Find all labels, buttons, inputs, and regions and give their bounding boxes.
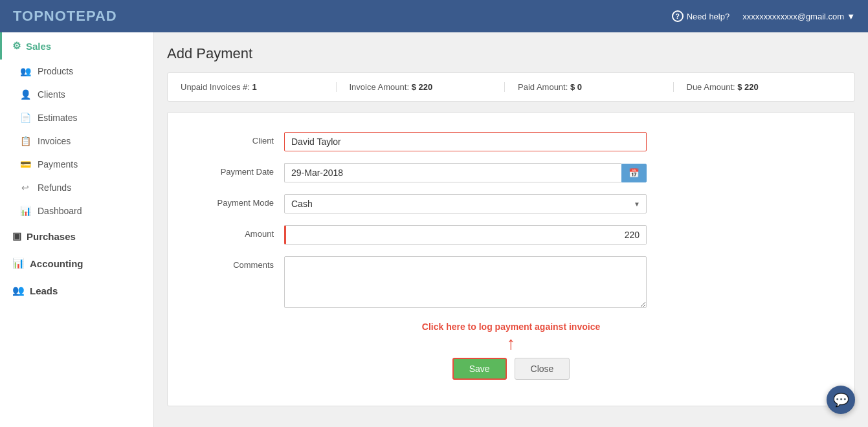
sidebar-item-clients[interactable]: 👤 Clients — [0, 83, 153, 106]
dropdown-arrow: ▼ — [847, 12, 855, 21]
payment-date-label: Payment Date — [194, 163, 284, 177]
client-input[interactable] — [284, 132, 647, 151]
leads-label: Leads — [30, 285, 58, 296]
purchases-label: Purchases — [27, 231, 76, 242]
due-amount-value: $ 220 — [737, 82, 759, 92]
sidebar-item-payments[interactable]: 💳 Payments — [0, 153, 153, 176]
comments-label: Comments — [194, 256, 284, 270]
payments-icon: 💳 — [19, 159, 31, 170]
payment-mode-select[interactable]: Cash Check Bank Transfer Credit Card Pay… — [284, 194, 647, 214]
amount-label: Amount — [194, 225, 284, 239]
due-amount-summary: Due Amount: $ 220 — [673, 82, 842, 92]
paid-amount-value: $ 0 — [570, 82, 582, 92]
unpaid-invoices-value: 1 — [252, 82, 257, 92]
summary-bar: Unpaid Invoices #: 1 Invoice Amount: $ 2… — [167, 72, 855, 102]
calendar-button[interactable]: 📅 — [621, 164, 647, 182]
user-email[interactable]: xxxxxxxxxxxxx@gmail.com ▼ — [742, 12, 855, 21]
sidebar-section-purchases[interactable]: ▣ Purchases — [0, 223, 153, 250]
sidebar-item-refunds[interactable]: ↩ Refunds — [0, 176, 153, 199]
sidebar-item-invoices[interactable]: 📋 Invoices — [0, 129, 153, 153]
clients-label: Clients — [38, 89, 65, 100]
refunds-label: Refunds — [38, 182, 71, 193]
main-content: Add Payment Unpaid Invoices #: 1 Invoice… — [154, 32, 868, 427]
sidebar: ⚙ Sales 👥 Products 👤 Clients 📄 Estimates… — [0, 32, 154, 427]
form-card: Client Payment Date 📅 — [167, 112, 855, 406]
estimates-icon: 📄 — [19, 112, 31, 124]
date-wrap: 📅 — [284, 163, 647, 182]
chat-bubble[interactable]: 💬 — [827, 386, 855, 414]
amount-field-wrap — [284, 225, 647, 245]
comments-row: Comments — [194, 256, 829, 310]
dashboard-label: Dashboard — [38, 206, 82, 216]
client-label: Client — [194, 132, 284, 146]
client-row: Client — [194, 132, 829, 151]
products-label: Products — [38, 66, 73, 76]
unpaid-invoices-label: Unpaid Invoices #: — [181, 82, 250, 92]
purchases-icon: ▣ — [12, 230, 21, 242]
close-button[interactable]: Close — [515, 358, 570, 380]
page-title: Add Payment — [167, 45, 855, 62]
help-label: Need help? — [687, 12, 730, 21]
paid-amount-summary: Paid Amount: $ 0 — [504, 82, 673, 92]
payment-mode-row: Payment Mode Cash Check Bank Transfer Cr… — [194, 194, 829, 214]
payment-mode-select-wrap: Cash Check Bank Transfer Credit Card Pay… — [284, 194, 647, 214]
sidebar-item-estimates[interactable]: 📄 Estimates — [0, 106, 153, 129]
invoices-icon: 📋 — [19, 135, 31, 147]
amount-row: Amount — [194, 225, 829, 245]
help-icon: ? — [672, 10, 684, 22]
invoice-amount-label: Invoice Amount: — [350, 82, 410, 92]
sidebar-item-products[interactable]: 👥 Products — [0, 60, 153, 83]
amount-input[interactable] — [284, 225, 647, 245]
sales-label: Sales — [26, 41, 51, 52]
payment-date-input[interactable] — [284, 163, 621, 182]
dashboard-icon: 📊 — [19, 205, 31, 217]
unpaid-invoices-summary: Unpaid Invoices #: 1 — [181, 82, 336, 92]
payment-mode-label: Payment Mode — [194, 194, 284, 208]
payment-date-row: Payment Date 📅 — [194, 163, 829, 182]
payments-label: Payments — [38, 159, 78, 170]
paid-amount-label: Paid Amount: — [518, 82, 568, 92]
sidebar-section-leads[interactable]: 👥 Leads — [0, 277, 153, 304]
comments-textarea[interactable] — [284, 256, 647, 308]
clients-icon: 👤 — [19, 89, 31, 100]
email-label: xxxxxxxxxxxxx@gmail.com — [742, 12, 844, 21]
main-layout: ⚙ Sales 👥 Products 👤 Clients 📄 Estimates… — [0, 32, 868, 427]
hint-text: Click here to log payment against invoic… — [194, 322, 829, 332]
accounting-label: Accounting — [30, 258, 83, 269]
help-button[interactable]: ? Need help? — [672, 10, 730, 22]
payment-date-field-wrap: 📅 — [284, 163, 647, 182]
save-button[interactable]: Save — [452, 358, 507, 380]
calendar-icon: 📅 — [629, 168, 640, 178]
chat-icon: 💬 — [833, 392, 849, 408]
invoices-label: Invoices — [38, 136, 71, 146]
invoice-amount-value: $ 220 — [412, 82, 433, 92]
comments-field-wrap — [284, 256, 647, 310]
due-amount-label: Due Amount: — [687, 82, 735, 92]
sidebar-section-sales[interactable]: ⚙ Sales — [0, 32, 153, 60]
leads-icon: 👥 — [12, 285, 25, 296]
refunds-icon: ↩ — [19, 182, 31, 193]
header-right: ? Need help? xxxxxxxxxxxxx@gmail.com ▼ — [672, 10, 855, 22]
products-icon: 👥 — [19, 65, 31, 77]
sidebar-item-dashboard[interactable]: 📊 Dashboard — [0, 199, 153, 223]
payment-mode-field-wrap: Cash Check Bank Transfer Credit Card Pay… — [284, 194, 647, 214]
invoice-amount-summary: Invoice Amount: $ 220 — [336, 82, 505, 92]
sidebar-section-accounting[interactable]: 📊 Accounting — [0, 250, 153, 277]
form-actions: Save Close — [194, 358, 829, 380]
arrow-up-icon: ↑ — [194, 334, 829, 353]
estimates-label: Estimates — [38, 113, 77, 123]
sales-icon: ⚙ — [12, 40, 21, 52]
logo: TopNotepad — [13, 8, 117, 25]
client-field-wrap — [284, 132, 647, 151]
header: TopNotepad ? Need help? xxxxxxxxxxxxx@gm… — [0, 0, 868, 32]
accounting-icon: 📊 — [12, 257, 25, 269]
